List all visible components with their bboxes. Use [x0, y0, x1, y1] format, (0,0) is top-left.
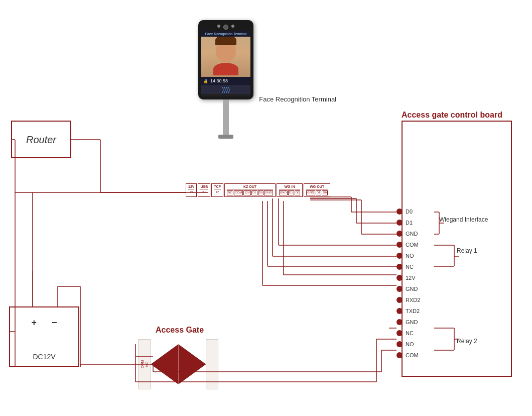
pin-dot-d1: [396, 220, 403, 226]
terminal-pole: [223, 99, 229, 135]
pin-label-txd2: TXD2: [406, 308, 425, 314]
pin-dot-gnd1: [396, 231, 403, 237]
pin-dot-nc: [396, 264, 403, 270]
gate-device: COM NO: [138, 339, 218, 394]
pin-label-gnd2: GND: [406, 286, 425, 292]
relay1-label: Relay 1: [457, 247, 477, 254]
pin-row-txd2: TXD2: [396, 305, 425, 317]
pin-row-d1: D1: [396, 217, 425, 228]
control-board-title: Access gate control board: [402, 111, 502, 120]
battery-box: + − DC12V: [9, 306, 79, 367]
face-hair: [215, 37, 236, 45]
pin-row-gnd2: GND: [396, 283, 425, 294]
pin-label-com: COM: [406, 242, 425, 248]
terminal-screen: Face Recognition Terminal 🔒 14:30:58 )))…: [201, 31, 250, 96]
pin-label-gnd1: GND: [406, 231, 425, 237]
battery-terminals: + −: [31, 318, 57, 328]
pin-row-no: NO: [396, 250, 425, 261]
terminal-device: Face Recognition Terminal 🔒 14:30:58 )))…: [186, 20, 266, 139]
pin-label-rxd2: RXD2: [406, 297, 425, 303]
conn-tcp: TCP IP: [211, 183, 223, 197]
face-area: [201, 37, 250, 77]
pin-dot-gnd2: [396, 286, 403, 292]
pin-dot-txd2: [396, 308, 403, 314]
pin-dot-gnd3: [396, 319, 403, 325]
wiegand-label: Wiegand Interface: [439, 216, 488, 223]
pin-label-nc: NC: [406, 264, 425, 270]
terminal-label: Face Recognition Terminal: [259, 95, 336, 103]
pin-label-d1: D1: [406, 220, 425, 226]
conn-kz: KZ OUT NO COM 12V D1 D0 GND: [224, 183, 275, 197]
gate-pin-com: COM: [141, 360, 144, 368]
pin-label-no: NO: [406, 253, 425, 259]
gate-wing-right: [178, 344, 206, 384]
pin-row-gnd1: GND: [396, 228, 425, 239]
pin-dot-d0: [396, 209, 403, 215]
pin-row-nc: NC: [396, 261, 425, 272]
pin-dot-no: [396, 253, 403, 259]
nfc-icon: )))): [222, 86, 230, 93]
pin-list: D0 D1 GND COM NO NC 12V: [396, 206, 425, 361]
pin-label-nc2: NC: [406, 330, 425, 336]
terminal-camera: [223, 25, 228, 30]
pin-dot-nc2: [396, 330, 403, 336]
gate-wing-left: [151, 344, 178, 384]
terminal-dot: [217, 25, 220, 28]
pin-row-rxd2: RXD2: [396, 294, 425, 305]
relay2-label: Relay 2: [457, 338, 477, 345]
terminal-base: [218, 135, 233, 139]
diagram: Face Recognition Terminal 🔒 14:30:58 )))…: [0, 0, 532, 416]
face-silhouette: [213, 39, 238, 74]
pin-label-d0: D0: [406, 209, 425, 215]
pin-row-com2: COM: [396, 350, 425, 361]
pin-label-no2: NO: [406, 341, 425, 347]
battery-label: DC12V: [33, 353, 55, 361]
time-display: 14:30:58: [210, 78, 228, 83]
pin-row-nc2: NC: [396, 328, 425, 339]
conn-12v: 12V IN: [186, 183, 197, 197]
terminal-dot2: [231, 25, 234, 28]
router-box: Router: [11, 121, 71, 158]
pin-row-gnd3: GND: [396, 317, 425, 328]
lock-icon: 🔒: [203, 79, 208, 83]
pin-dot-12v: [396, 275, 403, 281]
pin-dot-com2: [396, 352, 403, 358]
nfc-area: )))): [201, 85, 250, 94]
pin-row-d0: D0: [396, 206, 425, 217]
connector-block: 12V IN USB 2.0 TCP IP KZ OUT NO COM 12V …: [186, 183, 330, 197]
conn-usb: USB 2.0: [198, 183, 210, 197]
gate-pin-no: NO: [145, 362, 149, 367]
face-head: [216, 39, 236, 62]
terminal-time: 🔒 14:30:58: [201, 77, 250, 85]
pin-dot-rxd2: [396, 297, 403, 303]
router-label: Router: [26, 134, 56, 145]
battery-negative: −: [52, 318, 57, 328]
face-body: [213, 63, 238, 75]
gate-right-panel: [206, 339, 218, 389]
pin-row-no2: NO: [396, 339, 425, 350]
pin-row-com: COM: [396, 239, 425, 250]
gate-wings: [151, 339, 206, 389]
pin-label-gnd3: GND: [406, 319, 425, 325]
pin-label-com2: COM: [406, 352, 425, 358]
gate-left-panel: COM NO: [138, 339, 151, 389]
pin-label-12v: 12V: [406, 275, 425, 281]
status-bar: Face Recognition Terminal: [201, 31, 250, 37]
conn-wgout: WG OUT GND D1 D0: [304, 183, 330, 197]
access-gate-label: Access Gate: [156, 326, 204, 335]
pin-dot-no2: [396, 341, 403, 347]
conn-wgin: WG IN GND D1 D0: [277, 183, 303, 197]
pin-dot-com: [396, 242, 403, 248]
pin-row-12v: 12V: [396, 272, 425, 283]
battery-positive: +: [31, 318, 37, 328]
